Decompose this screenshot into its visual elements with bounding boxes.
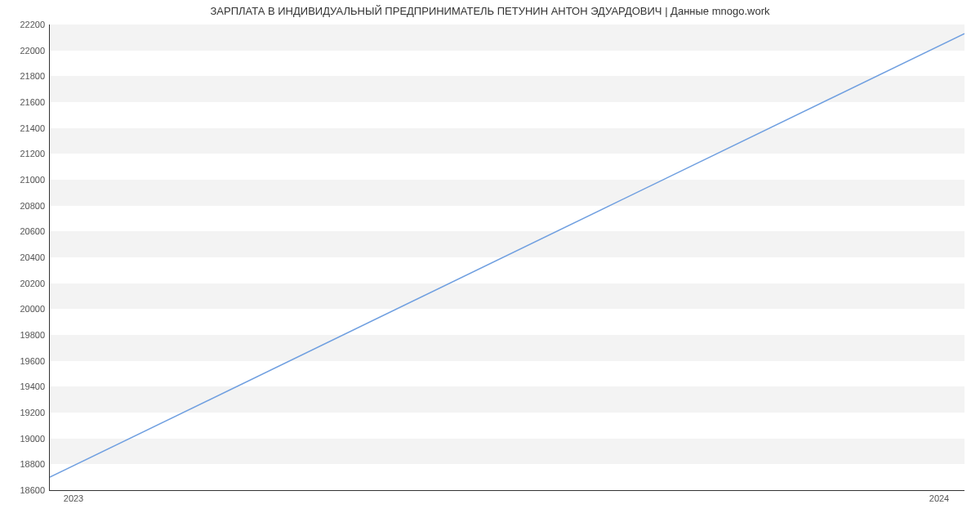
- y-tick-label: 20400: [4, 252, 45, 262]
- salary-chart: ЗАРПЛАТА В ИНДИВИДУАЛЬНЫЙ ПРЕДПРИНИМАТЕЛ…: [0, 0, 980, 531]
- y-tick-label: 21200: [4, 149, 45, 158]
- y-tick-label: 20800: [4, 201, 45, 211]
- y-tick-label: 21600: [4, 97, 45, 107]
- data-line: [50, 25, 964, 490]
- y-tick-label: 19000: [4, 434, 45, 444]
- y-tick-label: 19200: [4, 408, 45, 417]
- y-tick-label: 22000: [4, 46, 45, 56]
- y-tick-label: 19600: [4, 356, 45, 366]
- y-tick-label: 20000: [4, 304, 45, 314]
- y-tick-label: 20200: [4, 279, 45, 288]
- y-tick-label: 21800: [4, 71, 45, 81]
- x-tick-label: 2024: [929, 493, 949, 503]
- y-tick-label: 21400: [4, 123, 45, 133]
- y-tick-label: 20600: [4, 226, 45, 236]
- y-tick-label: 18600: [4, 485, 45, 495]
- y-tick-label: 19800: [4, 330, 45, 340]
- plot-area: [49, 25, 964, 491]
- y-tick-label: 19400: [4, 382, 45, 391]
- y-tick-label: 18800: [4, 459, 45, 469]
- chart-title: ЗАРПЛАТА В ИНДИВИДУАЛЬНЫЙ ПРЕДПРИНИМАТЕЛ…: [0, 5, 980, 17]
- y-tick-label: 21000: [4, 175, 45, 185]
- x-tick-label: 2023: [64, 493, 83, 503]
- y-tick-label: 22200: [4, 20, 45, 29]
